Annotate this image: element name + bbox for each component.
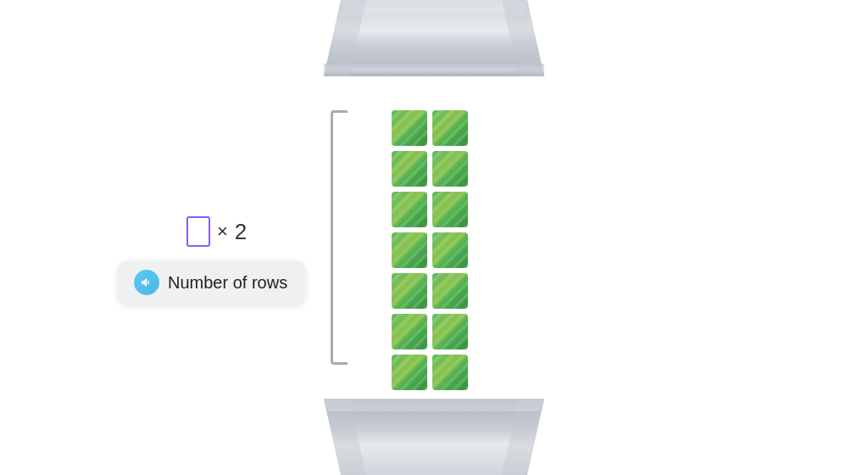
grid-cell [432, 192, 468, 227]
grid-cell [432, 151, 468, 187]
multiply-icon: × [217, 221, 228, 243]
top-decoration [315, 0, 553, 76]
grid-cell [392, 192, 427, 227]
grid-cell [392, 151, 427, 187]
row-count: 2 [235, 219, 247, 245]
grid-cell [432, 232, 468, 268]
grid-cell [392, 314, 427, 349]
svg-marker-2 [341, 0, 527, 13]
grid-cell [432, 355, 468, 390]
number-of-rows-tooltip: Number of rows [119, 261, 305, 304]
tooltip-label: Number of rows [168, 273, 287, 293]
multiplier-symbol: × 2 [186, 216, 247, 247]
row-rectangle-icon [186, 216, 210, 247]
grid-cell [392, 110, 427, 146]
green-grid [392, 110, 468, 390]
grid-cell [392, 355, 427, 390]
grid-cell [432, 273, 468, 309]
svg-marker-8 [324, 399, 544, 411]
grid-cell [392, 232, 427, 268]
grid-cell [432, 110, 468, 146]
svg-marker-1 [324, 64, 544, 76]
bottom-decoration [315, 399, 553, 475]
grid-cell [392, 273, 427, 309]
grid-cell [432, 314, 468, 349]
row-bracket [331, 110, 348, 365]
speaker-icon [134, 270, 159, 295]
